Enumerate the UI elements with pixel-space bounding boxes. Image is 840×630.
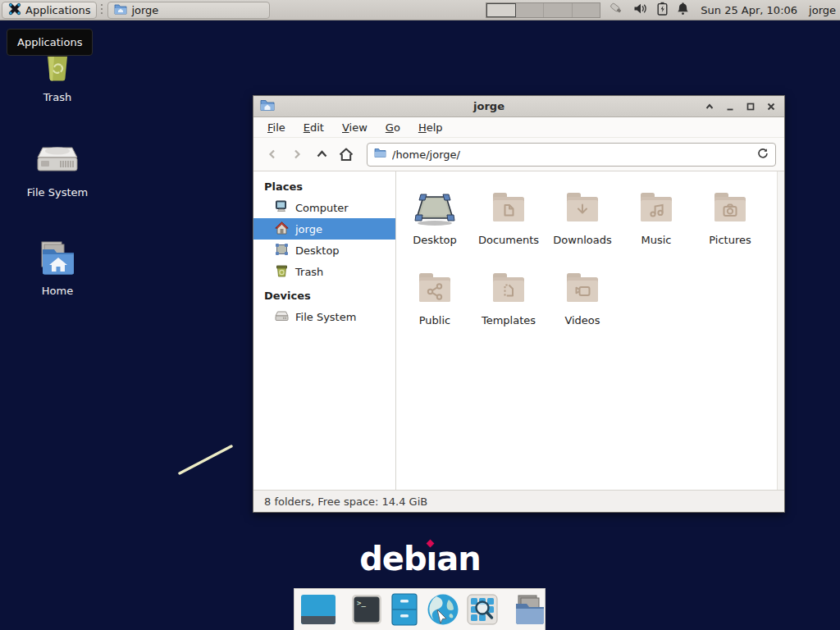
home-folder-icon — [36, 238, 79, 280]
panel-user-label[interactable]: jorge — [809, 4, 836, 16]
task-window-label: jorge — [131, 4, 158, 16]
workspace-4[interactable] — [573, 3, 600, 17]
file-item-music[interactable]: Music — [619, 183, 693, 263]
debian-wordmark-part: deb — [359, 540, 426, 578]
desktop-trapezoid-icon — [411, 183, 459, 232]
templates-folder-icon — [489, 263, 528, 313]
menubar: File Edit View Go Help — [253, 117, 784, 138]
clipman-tool-icon[interactable] — [608, 2, 624, 18]
file-item-pictures[interactable]: Pictures — [693, 183, 767, 263]
terminal-launcher-icon[interactable]: >_ — [351, 594, 382, 625]
file-item-label: Music — [641, 234, 672, 246]
desktop-icon-home[interactable]: Home — [10, 238, 105, 297]
pathbar-folder-icon — [374, 148, 386, 161]
svg-text:>_: >_ — [357, 599, 366, 607]
up-button[interactable] — [309, 142, 334, 167]
sidebar-item-label: File System — [295, 311, 356, 323]
file-item-public[interactable]: Public — [398, 263, 472, 344]
sidebar-item-label: Trash — [295, 266, 323, 278]
top-panel: Applications jorge — [0, 0, 840, 21]
toolbar — [253, 138, 784, 171]
forward-button[interactable] — [285, 142, 309, 167]
file-manager-window: jorge File Edit View Go Help — [253, 95, 785, 513]
window-titlebar[interactable]: jorge — [253, 96, 784, 117]
file-item-documents[interactable]: Documents — [472, 183, 546, 263]
file-item-label: Templates — [482, 314, 536, 326]
workspace-pager[interactable] — [486, 2, 600, 18]
menu-view[interactable]: View — [333, 119, 377, 136]
desktop-icon-label: Trash — [43, 91, 71, 103]
sidebar-item-computer[interactable]: Computer — [253, 197, 395, 218]
panel-clock[interactable]: Sun 25 Apr, 10:06 — [701, 4, 797, 16]
sidebar-item-label: jorge — [295, 223, 322, 235]
file-manager-launcher-icon[interactable] — [513, 594, 547, 625]
file-item-desktop[interactable]: Desktop — [398, 183, 472, 263]
applications-menu-button[interactable]: Applications — [2, 2, 97, 19]
file-item-label: Videos — [564, 314, 600, 326]
drive-small-icon — [275, 310, 289, 324]
back-button[interactable] — [260, 142, 285, 167]
power-manager-icon[interactable] — [657, 2, 668, 18]
workspace-2[interactable] — [516, 3, 545, 17]
desktop-icon — [275, 243, 289, 258]
public-folder-icon — [415, 263, 454, 313]
location-bar[interactable] — [367, 143, 776, 167]
wallpaper-line-artifact — [174, 440, 238, 479]
file-item-downloads[interactable]: Downloads — [546, 183, 619, 263]
notifications-bell-icon[interactable] — [677, 2, 689, 18]
volume-icon[interactable] — [633, 2, 648, 17]
taskbar-window-button[interactable]: jorge — [107, 2, 270, 19]
videos-folder-icon — [563, 263, 602, 313]
window-title: jorge — [275, 100, 703, 112]
file-cabinet-launcher-icon[interactable] — [390, 593, 419, 626]
trash-small-icon — [275, 264, 289, 280]
home-button[interactable] — [334, 142, 358, 167]
file-item-label: Downloads — [553, 234, 611, 246]
system-tray — [608, 2, 689, 18]
minimize-button[interactable] — [724, 100, 737, 113]
folder-view[interactable]: Desktop Documents — [396, 171, 784, 490]
shade-button[interactable] — [703, 100, 716, 113]
menu-help[interactable]: Help — [409, 119, 452, 136]
menu-edit[interactable]: Edit — [294, 119, 333, 136]
pictures-folder-icon — [710, 183, 750, 232]
desktop-icon-file-system[interactable]: File System — [10, 139, 105, 199]
workspace-3[interactable] — [544, 3, 573, 17]
sidebar-item-file-system[interactable]: File System — [253, 306, 395, 327]
panel-drag-handle[interactable] — [101, 4, 103, 16]
documents-folder-icon — [489, 183, 528, 232]
maximize-button[interactable] — [744, 100, 757, 113]
sidebar-places-header: Places — [253, 173, 395, 197]
computer-icon — [275, 200, 289, 215]
drive-icon — [34, 139, 80, 181]
debian-wordmark-part: an — [436, 540, 480, 578]
sidebar-devices-header: Devices — [253, 282, 395, 306]
sidebar-item-jorge[interactable]: jorge — [253, 218, 395, 240]
sidebar-item-trash[interactable]: Trash — [253, 261, 395, 282]
music-folder-icon — [637, 183, 676, 232]
applications-menu-label: Applications — [25, 4, 90, 16]
task-folder-icon — [114, 3, 127, 17]
menu-go[interactable]: Go — [377, 119, 409, 136]
downloads-folder-icon — [563, 183, 602, 232]
statusbar: 8 folders, Free space: 14.4 GiB — [253, 490, 784, 512]
statusbar-text: 8 folders, Free space: 14.4 GiB — [264, 495, 427, 508]
close-button[interactable] — [765, 100, 778, 113]
applications-tooltip: Applications — [7, 29, 93, 56]
file-item-label: Documents — [478, 234, 539, 246]
workspace-1[interactable] — [486, 3, 516, 17]
desktop-launcher-icon[interactable] — [300, 594, 336, 625]
menu-file[interactable]: File — [258, 119, 294, 136]
file-item-videos[interactable]: Videos — [546, 263, 619, 344]
sidebar-item-label: Computer — [295, 202, 349, 214]
sidebar-item-desktop[interactable]: Desktop — [253, 240, 395, 261]
file-item-templates[interactable]: Templates — [472, 263, 546, 344]
web-browser-launcher-icon[interactable] — [427, 593, 459, 626]
bottom-dock: >_ — [294, 588, 546, 630]
window-folder-icon — [260, 98, 275, 114]
reload-icon[interactable] — [757, 148, 769, 162]
app-finder-launcher-icon[interactable] — [467, 594, 498, 625]
location-input[interactable] — [392, 148, 751, 161]
vertical-scrollbar[interactable] — [777, 171, 784, 490]
file-item-label: Desktop — [413, 234, 457, 246]
